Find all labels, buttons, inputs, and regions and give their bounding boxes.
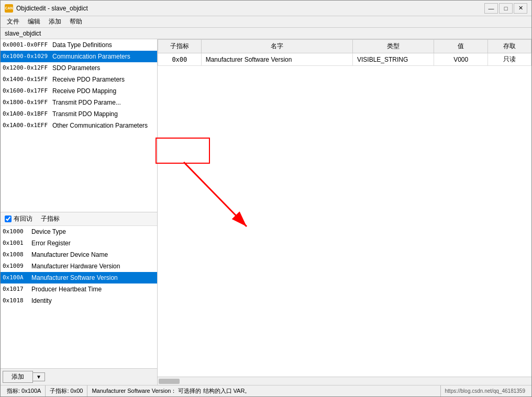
- window-title: Objdictedit - slave_objdict: [16, 5, 484, 12]
- cell-value: V000: [434, 53, 487, 66]
- menu-edit[interactable]: 编辑: [24, 16, 45, 27]
- cell-access: 只读: [488, 53, 531, 66]
- list-item-receive-pdo-mapping[interactable]: 0x1600-0x17FF Receive PDO Mapping: [1, 85, 157, 97]
- cell-name: Manufacturer Software Version: [201, 53, 352, 66]
- status-url: https://blog.csdn.net/qq_46181359: [441, 385, 529, 396]
- menu-bar: 文件 编辑 添加 帮助: [1, 16, 531, 28]
- has-return-checkbox[interactable]: [5, 215, 12, 222]
- menu-file[interactable]: 文件: [3, 16, 24, 27]
- left-panel: 0x0001-0x0FFF Data Type Definitions 0x10…: [1, 39, 158, 385]
- sub-item-1009[interactable]: 0x1009 Manufacturer Hardware Version: [1, 260, 157, 272]
- maximize-button[interactable]: □: [499, 3, 513, 14]
- object-list[interactable]: 0x0001-0x0FFF Data Type Definitions 0x10…: [1, 39, 157, 212]
- status-index: 指标: 0x100A: [3, 385, 46, 396]
- breadcrumb-bar: slave_objdict: [1, 28, 531, 39]
- col-header-type: 类型: [352, 40, 434, 53]
- app-icon: CAN: [5, 4, 13, 13]
- col-header-value: 值: [434, 40, 487, 53]
- sub-item-100a[interactable]: 0x100A Manufacturer Software Version: [1, 272, 157, 283]
- bottom-left: 添加 ▼: [1, 368, 157, 385]
- status-description: Manufacturer Software Version： 可选择的 结构的入…: [87, 385, 440, 396]
- title-bar: CAN Objdictedit - slave_objdict — □ ✕: [1, 1, 531, 16]
- sub-item-1001[interactable]: 0x1001 Error Register: [1, 237, 157, 249]
- sub-header: 有回访 子指标: [1, 212, 157, 226]
- list-item-transmit-pdo-params[interactable]: 0x1800-0x19FF Transmit PDO Parame...: [1, 97, 157, 108]
- cell-sub: 0x00: [158, 53, 202, 66]
- title-bar-buttons: — □ ✕: [484, 3, 527, 14]
- list-item-data-type[interactable]: 0x0001-0x0FFF Data Type Definitions: [1, 39, 157, 51]
- has-return-checkbox-label[interactable]: 有回访: [5, 214, 32, 223]
- main-window: CAN Objdictedit - slave_objdict — □ ✕ 文件…: [0, 0, 532, 397]
- status-sub-index: 子指标: 0x00: [46, 385, 87, 396]
- has-return-label: 有回访: [14, 214, 32, 223]
- status-index-text: 指标: 0x100A: [7, 387, 41, 395]
- col-header-sub: 子指标: [158, 40, 202, 53]
- list-item-sdo-params[interactable]: 0x1200-0x12FF SDO Parameters: [1, 62, 157, 74]
- detail-table: 子指标 名字 类型 值 存取 0x00 Manufacturer Softwar…: [158, 39, 531, 66]
- breadcrumb: slave_objdict: [5, 30, 41, 37]
- table-row[interactable]: 0x00 Manufacturer Software Version VISIB…: [158, 53, 531, 66]
- list-item-receive-pdo-params[interactable]: 0x1400-0x15FF Receive PDO Parameters: [1, 74, 157, 85]
- close-button[interactable]: ✕: [514, 3, 527, 14]
- minimize-button[interactable]: —: [484, 3, 498, 14]
- status-url-text: https://blog.csdn.net/qq_46181359: [445, 388, 525, 394]
- menu-add[interactable]: 添加: [45, 16, 65, 27]
- sub-index-col-header: 子指标: [41, 214, 60, 223]
- add-dropdown-arrow[interactable]: ▼: [33, 372, 45, 381]
- status-description-text: Manufacturer Software Version： 可选择的 结构的入…: [92, 387, 250, 395]
- sub-objects-list[interactable]: 0x1000 Device Type 0x1001 Error Register…: [1, 226, 157, 368]
- sub-item-1018[interactable]: 0x1018 Identity: [1, 295, 157, 307]
- sub-section: 有回访 子指标 0x1000 Device Type 0x1001 Error …: [1, 212, 157, 385]
- col-header-access: 存取: [488, 40, 531, 53]
- h-scroll-bar[interactable]: [158, 377, 531, 385]
- add-button[interactable]: 添加: [3, 371, 33, 383]
- main-content: 0x0001-0x0FFF Data Type Definitions 0x10…: [1, 39, 531, 385]
- sub-item-1017[interactable]: 0x1017 Producer Heartbeat Time: [1, 283, 157, 295]
- list-item-other-comm[interactable]: 0x1A00-0x1EFF Other Communication Parame…: [1, 120, 157, 131]
- menu-help[interactable]: 帮助: [65, 16, 86, 27]
- status-sub-index-text: 子指标: 0x00: [50, 387, 83, 395]
- sub-item-1000[interactable]: 0x1000 Device Type: [1, 226, 157, 237]
- list-item-comm-params[interactable]: 0x1000-0x1029 Communication Parameters: [1, 51, 157, 62]
- right-panel: 子指标 名字 类型 值 存取 0x00 Manufacturer Softwar…: [158, 39, 531, 385]
- col-header-name: 名字: [201, 40, 352, 53]
- cell-type: VISIBLE_STRING: [352, 53, 434, 66]
- sub-item-1008[interactable]: 0x1008 Manufacturer Device Name: [1, 249, 157, 260]
- status-bar: 指标: 0x100A 子指标: 0x00 Manufacturer Softwa…: [1, 385, 531, 396]
- list-item-transmit-pdo-mapping[interactable]: 0x1A00-0x1BFF Transmit PDO Mapping: [1, 108, 157, 120]
